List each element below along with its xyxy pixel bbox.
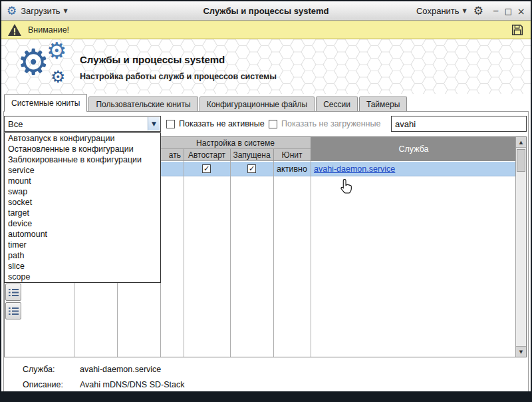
detailed-list-icon xyxy=(9,307,19,315)
combobox-value: Все xyxy=(8,119,23,129)
tab-sessions[interactable]: Сессии xyxy=(316,97,358,111)
warning-text: Внимание! xyxy=(28,25,69,35)
dropdown-item[interactable]: swap xyxy=(5,186,160,197)
scroll-down-button[interactable]: ▼ xyxy=(516,346,526,357)
tab-timers[interactable]: Таймеры xyxy=(359,97,407,111)
column-divider xyxy=(273,149,274,161)
detail-view-button[interactable] xyxy=(5,302,21,319)
combobox-dropdown-list: Автозапуск в конфигурации Остановленные … xyxy=(4,132,161,283)
warning-bar: Внимание! xyxy=(1,21,531,39)
header-banner: ⚙ ⚙ ⚙ Службы и процессы systemd Настройк… xyxy=(1,39,531,94)
tab-user-units[interactable]: Пользовательские юниты xyxy=(88,97,198,111)
dropdown-item[interactable]: target xyxy=(5,208,160,218)
list-icon xyxy=(9,288,19,297)
settings-gear-button[interactable]: ⚙ xyxy=(473,5,483,17)
running-checkbox-checked[interactable] xyxy=(247,164,256,173)
search-input[interactable] xyxy=(391,116,527,132)
column-line xyxy=(230,161,231,357)
title-bar: ⚙ Загрузить ▼ Службы и процессы systemd … xyxy=(1,1,531,21)
minimize-button[interactable]: ─ xyxy=(490,7,501,16)
scrollbar-thumb[interactable] xyxy=(517,149,525,172)
show-unloaded-checkbox[interactable] xyxy=(269,120,277,128)
dropdown-item[interactable]: socket xyxy=(5,197,160,208)
hexagon-pattern xyxy=(1,39,531,94)
col-header-unit: Юнит xyxy=(273,149,311,161)
column-divider xyxy=(184,149,184,161)
warning-icon xyxy=(7,23,22,37)
dropdown-item[interactable]: Остановленные в конфигурации xyxy=(5,144,160,154)
combobox-dropdown-button[interactable]: ▼ xyxy=(148,117,160,130)
dropdown-item[interactable]: scope xyxy=(5,272,160,282)
floppy-disk-icon xyxy=(510,23,525,37)
dropdown-item[interactable]: Автозапуск в конфигурации xyxy=(5,133,160,144)
col-header-running: Запущена xyxy=(230,149,273,161)
col-header-service: Служба xyxy=(311,137,517,161)
unit-state: активно xyxy=(273,162,311,176)
page-title: Службы и процессы systemd xyxy=(80,54,225,65)
save-menu-label: Сохранить xyxy=(416,6,460,16)
dropdown-item[interactable]: timer xyxy=(5,240,160,250)
app-window: ⚙ Загрузить ▼ Службы и процессы systemd … xyxy=(1,1,531,391)
chevron-down-icon: ▼ xyxy=(152,120,156,127)
group-header-system: Настройка в системе xyxy=(160,137,311,149)
autostart-checkbox-checked[interactable] xyxy=(202,164,211,173)
column-line xyxy=(184,161,184,357)
col-header-autostart: Автостарт xyxy=(184,149,230,161)
show-unloaded-checkbox-group: Показать не загруженные xyxy=(269,116,380,132)
chevron-down-icon: ▼ xyxy=(64,8,68,14)
app-icon: ⚙ xyxy=(7,5,17,17)
column-line xyxy=(273,161,274,357)
gear-icon: ⚙ xyxy=(47,39,66,62)
scroll-up-button[interactable]: ▲ xyxy=(516,137,526,148)
dropdown-item[interactable]: device xyxy=(5,218,160,229)
dropdown-item[interactable]: service xyxy=(5,165,160,176)
hand-cursor-icon xyxy=(340,178,352,196)
service-link[interactable]: avahi-daemon.service xyxy=(314,162,395,176)
window-frame: ⚙ Загрузить ▼ Службы и процессы systemd … xyxy=(0,0,532,402)
load-menu-button[interactable]: Загрузить ▼ xyxy=(21,6,68,16)
description-value: Avahi mDNS/DNS SD-Stack xyxy=(80,380,184,389)
service-label: Служба: xyxy=(23,365,55,374)
save-menu-button[interactable]: Сохранить ▼ xyxy=(416,6,467,16)
load-menu-label: Загрузить xyxy=(21,6,60,16)
dropdown-item[interactable]: slice xyxy=(5,261,160,272)
dropdown-item[interactable]: mount xyxy=(5,176,160,186)
show-inactive-label: Показать не активные xyxy=(179,119,265,128)
dropdown-item[interactable]: Заблокированные в конфигурации xyxy=(5,154,160,165)
show-inactive-checkbox-group: Показать не активные xyxy=(166,116,265,132)
col-header-partial: ать xyxy=(160,149,184,161)
tab-system-units[interactable]: Системные юниты xyxy=(4,94,87,111)
description-label: Описание: xyxy=(23,380,63,389)
service-value: avahi-daemon.service xyxy=(80,365,161,374)
vertical-scrollbar[interactable]: ▲ ▼ xyxy=(515,137,526,357)
gears-artwork-icon: ⚙ xyxy=(17,45,49,81)
gear-icon: ⚙ xyxy=(51,69,65,85)
dropdown-item[interactable]: automount xyxy=(5,229,160,240)
tab-bar: Системные юниты Пользовательские юниты К… xyxy=(4,94,408,111)
column-divider xyxy=(230,149,231,161)
close-button[interactable]: × xyxy=(515,6,527,17)
chevron-down-icon: ▼ xyxy=(463,8,467,14)
page-subtitle: Настройка работы служб и процессов систе… xyxy=(80,72,277,81)
unit-filter-combobox[interactable]: Все ▼ xyxy=(4,116,161,132)
column-line xyxy=(311,161,311,357)
show-unloaded-label: Показать не загруженные xyxy=(281,119,380,128)
tab-config-files[interactable]: Конфигурационные файлы xyxy=(200,97,315,111)
save-file-button[interactable] xyxy=(510,23,525,37)
show-inactive-checkbox[interactable] xyxy=(166,120,175,128)
list-view-button[interactable] xyxy=(5,284,21,301)
dropdown-item[interactable]: path xyxy=(5,250,160,261)
maximize-button[interactable]: □ xyxy=(503,7,514,16)
